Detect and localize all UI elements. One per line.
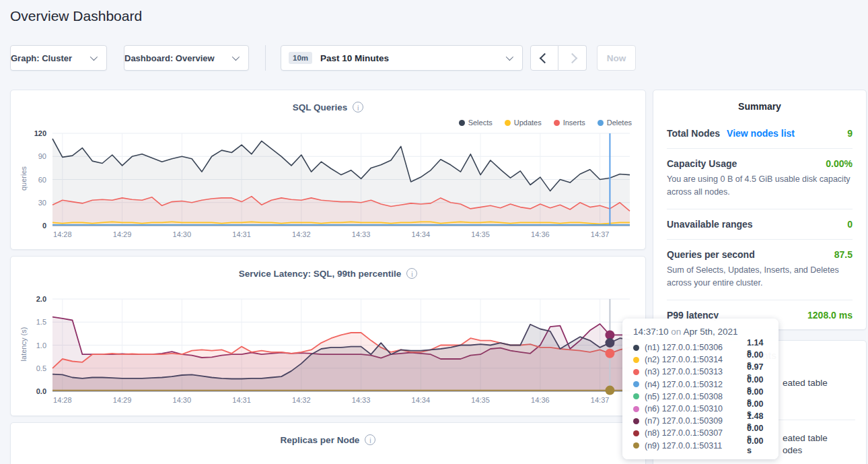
tooltip-on: on	[671, 327, 681, 337]
tooltip-node-label: (n7) 127.0.0.1:50309	[645, 416, 747, 426]
summary-title: Summary	[667, 101, 853, 112]
tooltip-header: 14:37:10 on Apr 5th, 2021	[633, 327, 769, 337]
event-item[interactable]: eated table	[783, 377, 828, 389]
qps-desc: Sum of Selects, Updates, Inserts, and De…	[667, 264, 853, 290]
svg-text:14:28: 14:28	[53, 230, 72, 238]
node-color-dot-icon	[633, 357, 639, 363]
tooltip-time: 14:37:10	[633, 327, 669, 337]
service-latency-chart[interactable]: 0.00.51.01.52.014:2814:2914:3014:3114:32…	[11, 294, 647, 409]
node-color-dot-icon	[633, 418, 639, 424]
tooltip-node-label: (n6) 127.0.0.1:50310	[645, 404, 747, 413]
tooltip-node-label: (n9) 127.0.0.1:50311	[645, 441, 747, 451]
sql-queries-chart[interactable]: 030609012014:2814:2914:3014:3114:3214:33…	[11, 128, 647, 244]
now-button[interactable]: Now	[597, 45, 636, 71]
svg-text:30: 30	[38, 199, 46, 207]
sql-queries-card: SQL Queries i Selects Updates Inserts De…	[10, 90, 646, 250]
svg-text:14:34: 14:34	[412, 396, 431, 404]
dashboard-dropdown[interactable]: Dashboard: Overview	[124, 45, 249, 71]
qps-row: Queries per second 87.5	[667, 249, 853, 260]
event-item[interactable]: eated table odes	[783, 432, 828, 457]
legend-dot-icon	[505, 120, 511, 126]
svg-text:14:35: 14:35	[471, 230, 490, 238]
legend-label: Inserts	[563, 119, 585, 127]
unavailable-ranges-row: Unavailable ranges 0	[667, 219, 853, 230]
graph-dropdown[interactable]: Graph: Cluster	[10, 45, 107, 71]
capacity-usage-label: Capacity Usage	[667, 158, 737, 169]
tooltip-node-label: (n3) 127.0.0.1:50313	[645, 367, 747, 376]
info-icon[interactable]: i	[406, 268, 417, 279]
legend-item[interactable]: Deletes	[598, 119, 632, 127]
legend-dot-icon	[554, 120, 560, 126]
event-item-line: eated table	[783, 432, 828, 444]
node-color-dot-icon	[633, 381, 639, 387]
page-title: Overview Dashboard	[10, 8, 142, 24]
time-range-picker[interactable]: 10m Past 10 Minutes	[281, 45, 523, 71]
info-icon[interactable]: i	[365, 434, 375, 445]
svg-text:14:37: 14:37	[591, 396, 610, 404]
legend-dot-icon	[598, 120, 604, 126]
summary-panel: Summary Total Nodes View nodes list 9 Ca…	[653, 90, 867, 330]
view-nodes-list-link[interactable]: View nodes list	[727, 128, 795, 139]
legend-dot-icon	[459, 120, 465, 126]
legend-item[interactable]: Selects	[459, 119, 493, 127]
total-nodes-label: Total Nodes	[667, 128, 720, 139]
node-color-dot-icon	[633, 406, 639, 412]
p99-latency-value: 1208.0 ms	[807, 310, 853, 321]
replicas-per-node-card: Replicas per Node i	[10, 422, 646, 464]
svg-text:0: 0	[42, 222, 46, 230]
divider	[667, 239, 853, 240]
info-icon[interactable]: i	[353, 102, 363, 112]
svg-text:14:31: 14:31	[232, 230, 251, 238]
chevron-down-icon	[232, 53, 240, 61]
legend-label: Updates	[514, 119, 542, 127]
service-latency-card: Service Latency: SQL, 99th percentile i …	[10, 256, 646, 416]
replicas-title-row: Replicas per Node i	[11, 434, 645, 445]
svg-text:14:36: 14:36	[531, 230, 550, 238]
legend-label: Selects	[468, 119, 493, 127]
sql-queries-legend: Selects Updates Inserts Deletes	[459, 119, 632, 127]
legend-item[interactable]: Updates	[505, 119, 542, 127]
svg-text:14:30: 14:30	[173, 230, 192, 238]
node-color-dot-icon	[633, 393, 639, 399]
node-color-dot-icon	[633, 442, 639, 449]
legend-item[interactable]: Inserts	[554, 119, 585, 127]
svg-text:0.0: 0.0	[36, 387, 46, 395]
svg-text:1.5: 1.5	[36, 318, 46, 326]
qps-label: Queries per second	[667, 249, 755, 260]
chevron-left-icon	[539, 53, 550, 63]
svg-text:14:31: 14:31	[232, 396, 251, 404]
time-step-buttons	[530, 45, 587, 71]
total-nodes-row: Total Nodes View nodes list 9	[667, 128, 853, 139]
node-color-dot-icon	[633, 430, 639, 436]
unavailable-ranges-label: Unavailable ranges	[667, 219, 753, 230]
tooltip-node-label: (n5) 127.0.0.1:50308	[645, 392, 747, 401]
time-range-badge: 10m	[289, 52, 312, 64]
total-nodes-value: 9	[847, 128, 853, 139]
replicas-title: Replicas per Node	[281, 435, 360, 445]
svg-text:60: 60	[38, 176, 46, 184]
toolbar-divider	[265, 45, 266, 71]
node-color-dot-icon	[633, 345, 639, 351]
svg-text:14:32: 14:32	[292, 230, 311, 238]
capacity-usage-value: 0.00%	[826, 158, 853, 169]
qps-value: 87.5	[834, 249, 853, 260]
node-color-dot-icon	[633, 369, 639, 375]
chevron-down-icon	[506, 53, 513, 61]
tooltip-row: (n9) 127.0.0.1:50311 0.00 s	[633, 440, 769, 452]
svg-text:14:36: 14:36	[531, 396, 550, 404]
chevron-down-icon	[90, 53, 98, 61]
time-back-button[interactable]	[530, 45, 558, 71]
tooltip-node-label: (n2) 127.0.0.1:50314	[645, 355, 747, 364]
time-forward-button[interactable]	[558, 45, 587, 71]
sql-queries-title: SQL Queries	[293, 102, 348, 112]
svg-text:2.0: 2.0	[36, 295, 46, 303]
svg-text:0.5: 0.5	[36, 364, 46, 372]
divider	[667, 209, 853, 209]
svg-text:14:32: 14:32	[292, 396, 311, 404]
svg-text:120: 120	[34, 129, 46, 137]
chart-hover-tooltip: 14:37:10 on Apr 5th, 2021 (n1) 127.0.0.1…	[622, 319, 779, 459]
divider	[667, 148, 853, 149]
chevron-right-icon	[567, 53, 578, 63]
sql-queries-title-row: SQL Queries i	[11, 102, 645, 112]
tooltip-date: Apr 5th, 2021	[683, 327, 737, 337]
